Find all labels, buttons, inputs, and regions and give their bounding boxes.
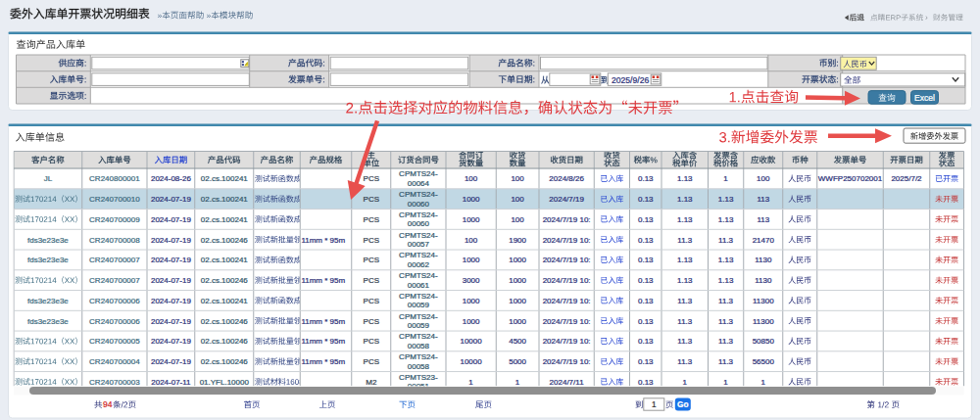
- svg-text:CPMTS24-: CPMTS24-: [399, 292, 438, 301]
- svg-text:CPMTS23-: CPMTS23-: [399, 373, 438, 382]
- svg-text:0.13: 0.13: [638, 357, 654, 366]
- svg-text:00064: 00064: [408, 179, 430, 188]
- svg-text:11.3: 11.3: [718, 317, 734, 326]
- svg-text:CR240700007: CR240700007: [89, 256, 140, 264]
- svg-text:1000: 1000: [509, 317, 526, 326]
- svg-text:0.13: 0.13: [638, 236, 654, 245]
- svg-text:11mm * 95m: 11mm * 95m: [301, 357, 345, 366]
- svg-text:100: 100: [465, 174, 478, 183]
- svg-text:CR240700004: CR240700004: [89, 357, 140, 366]
- svg-text:1000: 1000: [463, 195, 480, 204]
- svg-text:11.3: 11.3: [677, 357, 693, 366]
- svg-text:1000: 1000: [509, 297, 526, 305]
- svg-text:CPMTS24-: CPMTS24-: [399, 231, 438, 240]
- svg-text:0.13: 0.13: [638, 195, 654, 204]
- svg-text:CPMTS24-: CPMTS24-: [399, 332, 438, 341]
- svg-text:0.13: 0.13: [638, 215, 654, 224]
- svg-text:100: 100: [465, 236, 478, 245]
- svg-text:1000: 1000: [463, 215, 480, 224]
- svg-text:50850: 50850: [753, 337, 775, 346]
- svg-text:1.13: 1.13: [677, 276, 693, 285]
- svg-text:Go: Go: [677, 399, 689, 409]
- svg-text:02.cs.100241: 02.cs.100241: [201, 256, 249, 264]
- svg-text:100: 100: [511, 215, 524, 224]
- svg-text:CR240700007: CR240700007: [89, 276, 140, 285]
- svg-text:11.3: 11.3: [677, 297, 693, 305]
- svg-text:1.13: 1.13: [677, 215, 693, 224]
- svg-text:00058: 00058: [408, 342, 430, 350]
- svg-text:1: 1: [723, 174, 728, 183]
- svg-text:PCS: PCS: [364, 297, 379, 305]
- svg-text:1.13: 1.13: [718, 215, 734, 224]
- svg-text:2024/8/26: 2024/8/26: [549, 174, 584, 183]
- svg-text:2024/7/19 10:: 2024/7/19 10:: [543, 215, 591, 224]
- svg-text:2024-07-11: 2024-07-11: [151, 378, 191, 387]
- svg-text:1: 1: [761, 378, 766, 387]
- svg-text:11300: 11300: [753, 297, 774, 305]
- svg-text:PCS: PCS: [364, 236, 379, 245]
- svg-text:CR240700006: CR240700006: [89, 297, 140, 305]
- svg-text:5000: 5000: [509, 357, 526, 366]
- svg-text:PCS: PCS: [364, 276, 379, 285]
- svg-text:WWFP250702001: WWFP250702001: [818, 174, 883, 183]
- svg-text:2024/7/19 10:: 2024/7/19 10:: [543, 236, 591, 245]
- svg-text:02.cs.100246: 02.cs.100246: [201, 337, 249, 346]
- svg-text:PCS: PCS: [364, 337, 379, 346]
- svg-text:00059: 00059: [408, 321, 430, 330]
- svg-text:02.cs.100246: 02.cs.100246: [201, 236, 249, 245]
- svg-text:CPMTS24-: CPMTS24-: [399, 169, 438, 178]
- svg-text:02.cs.100246: 02.cs.100246: [201, 276, 249, 285]
- svg-text:11.3: 11.3: [677, 337, 693, 346]
- svg-text:CPMTS24-: CPMTS24-: [399, 352, 438, 361]
- svg-text:0.13: 0.13: [638, 378, 654, 387]
- svg-text:CPMTS24-: CPMTS24-: [399, 271, 438, 280]
- svg-text:02.cs.100241: 02.cs.100241: [201, 174, 249, 183]
- svg-text:1000: 1000: [463, 256, 480, 264]
- svg-text:11.3: 11.3: [718, 236, 734, 245]
- svg-text:CPMTS24-: CPMTS24-: [399, 251, 438, 259]
- svg-text:00058: 00058: [408, 362, 430, 371]
- svg-text:PCS: PCS: [364, 357, 379, 366]
- svg-text:fds3e23e3e: fds3e23e3e: [27, 317, 69, 326]
- svg-text:10000: 10000: [460, 357, 482, 366]
- svg-text:1130: 1130: [755, 276, 772, 285]
- svg-text:1.13: 1.13: [718, 195, 734, 204]
- svg-text:10000: 10000: [460, 337, 482, 346]
- svg-text:4500: 4500: [509, 337, 526, 346]
- svg-text:2024-07-19: 2024-07-19: [151, 236, 191, 245]
- svg-text:fds3e23e3e: fds3e23e3e: [27, 236, 69, 245]
- svg-text:PCS: PCS: [364, 215, 379, 224]
- svg-text:PCS: PCS: [364, 195, 379, 204]
- svg-text:02.cs.100246: 02.cs.100246: [201, 357, 249, 366]
- svg-text:113: 113: [757, 215, 769, 224]
- svg-text:00059: 00059: [408, 301, 430, 309]
- svg-text:100: 100: [511, 174, 524, 183]
- svg-text:CR240700009: CR240700009: [89, 215, 140, 224]
- svg-text:1: 1: [468, 378, 473, 387]
- svg-text:02.cs.100241: 02.cs.100241: [201, 297, 249, 305]
- svg-text:CR240700010: CR240700010: [89, 195, 140, 204]
- svg-text:2024-07-19: 2024-07-19: [151, 195, 191, 204]
- svg-text:CPMTS24-: CPMTS24-: [399, 210, 438, 219]
- svg-text:0.13: 0.13: [638, 297, 654, 305]
- svg-text:00062: 00062: [408, 260, 430, 269]
- svg-text:0.13: 0.13: [638, 256, 654, 264]
- svg-text:2024-08-26: 2024-08-26: [151, 174, 191, 183]
- svg-text:0.13: 0.13: [638, 174, 654, 183]
- svg-text:2024-07-19: 2024-07-19: [151, 357, 191, 366]
- svg-text:2024-07-19: 2024-07-19: [151, 215, 191, 224]
- svg-text:CR240700006: CR240700006: [89, 317, 140, 326]
- svg-text:11mm * 95m: 11mm * 95m: [301, 276, 345, 285]
- svg-text:PCS: PCS: [364, 317, 379, 326]
- svg-text:2024-07-19: 2024-07-19: [151, 256, 191, 264]
- svg-text:CPMTS24-: CPMTS24-: [399, 190, 438, 199]
- svg-text:00057: 00057: [408, 240, 430, 249]
- svg-text:11mm * 95m: 11mm * 95m: [301, 236, 345, 245]
- svg-text:1.13: 1.13: [677, 256, 693, 264]
- svg-text:94: 94: [103, 399, 113, 409]
- svg-text:1000: 1000: [463, 317, 480, 326]
- svg-text:M2: M2: [366, 378, 377, 387]
- svg-text:2024-07-19: 2024-07-19: [151, 337, 191, 346]
- svg-text:1.13: 1.13: [677, 174, 693, 183]
- svg-text:2024/7/19: 2024/7/19: [549, 195, 584, 204]
